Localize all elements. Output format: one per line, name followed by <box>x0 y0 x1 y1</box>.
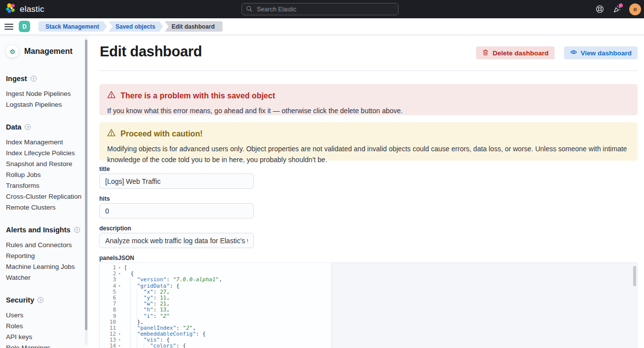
code-token: 13 <box>160 307 166 313</box>
indent-guide <box>137 301 143 307</box>
title-field[interactable] <box>99 174 254 189</box>
fold-spacer <box>116 301 123 307</box>
editor-line-1[interactable]: 1▾[ <box>100 265 637 271</box>
sidebar-item-index-lifecycle-policies[interactable]: Index Lifecycle Policies <box>6 148 89 159</box>
code-token: : { <box>170 283 180 289</box>
hits-field[interactable] <box>99 203 254 218</box>
sidebar-item-rollup-jobs[interactable]: Rollup Jobs <box>6 170 89 180</box>
code-token: "colors" <box>150 343 176 348</box>
menu-icon[interactable] <box>4 22 13 31</box>
delete-dashboard-label: Delete dashboard <box>492 49 548 57</box>
sidebar-item-api-keys[interactable]: API keys <box>6 332 89 343</box>
sidebar-item-logstash-pipelines[interactable]: Logstash Pipelines <box>6 99 89 110</box>
breadcrumb-item-saved-objects[interactable]: Saved objects <box>109 21 163 32</box>
breadcrumb-bar: D Stack ManagementSaved objectsEdit dash… <box>0 18 644 35</box>
fold-spacer <box>116 277 123 283</box>
sidebar-section-label: Security <box>6 296 34 304</box>
code-token: "h" <box>144 307 154 313</box>
indent-guide <box>130 289 137 295</box>
indent-guide <box>130 277 137 283</box>
editor-line-12[interactable]: 12▾"embeddableConfig": { <box>100 331 637 337</box>
indent-guide <box>130 301 137 307</box>
fold-arrow-icon[interactable]: ▾ <box>116 283 123 289</box>
editor-scrollbar[interactable] <box>633 266 636 286</box>
editor-line-9[interactable]: 9"i": "2" <box>100 313 637 319</box>
sidebar-item-watcher[interactable]: Watcher <box>6 272 89 283</box>
page-title: Edit dashboard <box>100 44 202 60</box>
line-number: 9 <box>100 313 116 319</box>
fold-arrow-icon[interactable]: ▾ <box>116 337 123 343</box>
sidebar-item-reporting[interactable]: Reporting <box>6 251 89 261</box>
section-help-icon <box>25 124 31 130</box>
sidebar-item-roles[interactable]: Roles <box>6 321 89 332</box>
section-help-icon <box>31 76 37 82</box>
view-dashboard-button[interactable]: View dashboard <box>564 46 638 59</box>
editor-line-3[interactable]: 3"version": "7.0.0-alpha1", <box>100 277 637 283</box>
delete-dashboard-button[interactable]: Delete dashboard <box>476 46 554 59</box>
sidebar-section-ingest: Ingest <box>6 74 89 84</box>
breadcrumb-item-stack-management[interactable]: Stack Management <box>39 21 107 32</box>
fold-spacer <box>116 313 123 319</box>
sidebar-scrollbar[interactable] <box>85 40 87 330</box>
sidebar-header[interactable]: ⚙ Management <box>6 45 89 58</box>
sidebar-item-machine-learning-jobs[interactable]: Machine Learning Jobs <box>6 261 89 272</box>
editor-line-6[interactable]: 6"y": 11, <box>100 295 637 301</box>
fold-arrow-icon[interactable]: ▾ <box>116 343 123 348</box>
sidebar-item-ingest-node-pipelines[interactable]: Ingest Node Pipelines <box>6 88 89 99</box>
fold-arrow-icon[interactable]: ▾ <box>116 265 123 271</box>
editor-line-4[interactable]: 4▾"gridData": { <box>100 283 637 289</box>
notification-dot <box>619 3 623 7</box>
warning-callout: Proceed with caution! Modifying objects … <box>99 122 638 161</box>
brand-name: elastic <box>20 4 44 14</box>
code-token: "i" <box>144 313 154 319</box>
sidebar-item-rules-and-connectors[interactable]: Rules and Connectors <box>6 240 89 251</box>
editor-line-5[interactable]: 5"x": 27, <box>100 289 637 295</box>
indent-guide <box>137 313 143 319</box>
section-help-icon <box>74 227 80 233</box>
fold-spacer <box>116 319 123 325</box>
topbar-right-controls: e <box>595 0 641 18</box>
code-token: : <box>153 307 160 313</box>
indent-guide <box>137 307 143 313</box>
search-icon <box>246 5 253 14</box>
panelsjson-code-editor[interactable]: 1▾[2▾{3"version": "7.0.0-alpha1",4▾"grid… <box>99 262 638 348</box>
management-sidebar: ⚙ Management IngestIngest Node Pipelines… <box>0 35 89 348</box>
fold-arrow-icon[interactable]: ▾ <box>116 271 123 277</box>
sidebar-item-remote-clusters[interactable]: Remote Clusters <box>6 202 89 213</box>
elastic-logo[interactable]: elastic <box>0 3 44 15</box>
search-input[interactable] <box>242 3 399 15</box>
page-actions: Delete dashboard View dashboard <box>476 46 638 59</box>
fold-spacer <box>116 295 123 301</box>
sidebar-item-cross-cluster-replication[interactable]: Cross-Cluster Replication <box>6 191 89 202</box>
indent-guide <box>130 313 137 319</box>
error-callout-title: There is a problem with this saved objec… <box>121 91 275 100</box>
title-field-label: title <box>99 166 110 173</box>
editor-line-8[interactable]: 8"h": 13, <box>100 307 637 313</box>
sidebar-item-index-management[interactable]: Index Management <box>6 137 89 148</box>
help-icon[interactable] <box>595 4 604 14</box>
sidebar-item-role-mappings[interactable]: Role Mappings <box>6 343 89 348</box>
fold-arrow-icon[interactable]: ▾ <box>116 331 123 337</box>
sidebar-item-snapshot-and-restore[interactable]: Snapshot and Restore <box>6 159 89 170</box>
user-avatar[interactable]: e <box>629 3 641 15</box>
space-badge[interactable]: D <box>19 21 30 32</box>
indent-guide <box>144 343 150 348</box>
trash-icon <box>482 49 489 57</box>
line-content: "colors": { <box>123 343 186 348</box>
view-dashboard-label: View dashboard <box>581 49 632 57</box>
newsfeed-icon[interactable] <box>612 4 622 14</box>
editor-line-7[interactable]: 7"w": 21, <box>100 301 637 307</box>
line-content: "gridData": { <box>123 283 179 289</box>
sidebar-title: Management <box>24 47 73 56</box>
sidebar-section-data: Data <box>6 122 89 132</box>
global-search[interactable] <box>242 3 399 15</box>
line-content: "version": "7.0.0-alpha1", <box>123 277 222 283</box>
indent-guide <box>137 343 143 348</box>
sidebar-item-transforms[interactable]: Transforms <box>6 180 89 191</box>
code-token: , <box>219 277 222 283</box>
line-content: [ <box>123 265 127 271</box>
editor-line-14[interactable]: 14▾"colors": { <box>100 343 637 348</box>
description-field[interactable] <box>99 233 254 248</box>
indent-guide <box>130 307 137 313</box>
sidebar-item-users[interactable]: Users <box>6 310 89 321</box>
